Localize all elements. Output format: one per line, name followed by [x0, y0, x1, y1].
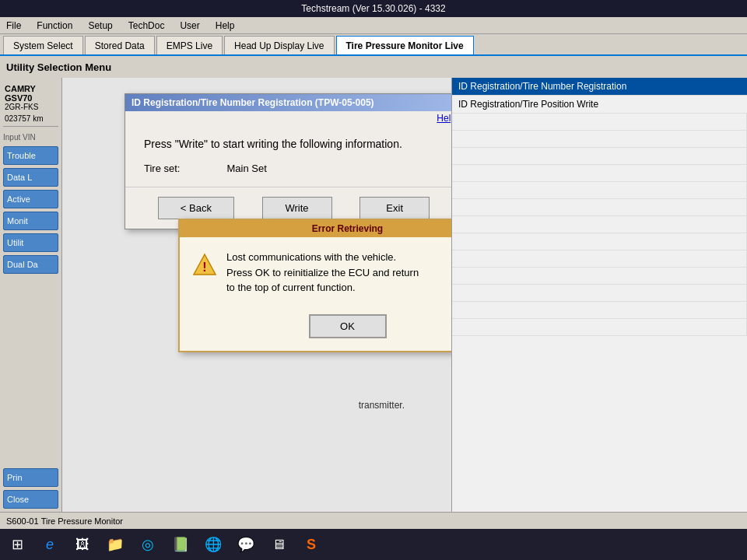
right-panel-row: [452, 131, 747, 148]
write-instruction: Press "Write" to start writing the follo…: [144, 138, 444, 150]
app1-button[interactable]: 📗: [167, 532, 195, 557]
dual-da-button[interactable]: Dual Da: [3, 255, 58, 274]
folder-button[interactable]: 📁: [101, 532, 129, 557]
right-panel-item-1[interactable]: ID Registration/Tire Position Write: [452, 96, 747, 114]
right-panel-row: [452, 302, 747, 319]
help-link[interactable]: Help: [125, 111, 451, 125]
write-button[interactable]: Write: [262, 197, 332, 219]
main-dialog: ID Registration/Tire Number Registration…: [124, 93, 451, 229]
tab-tire-pressure-live[interactable]: Tire Pressure Monitor Live: [336, 36, 474, 54]
right-panel-row: [452, 319, 747, 336]
ie-icon: e: [46, 537, 54, 553]
start-button[interactable]: ⊞: [3, 532, 31, 557]
utility-header-text: Utility Selection Menu: [6, 61, 111, 73]
right-panel-row: [452, 148, 747, 165]
photo-icon: 🖼: [75, 537, 89, 553]
menu-function[interactable]: Function: [33, 19, 75, 33]
browser-button[interactable]: ◎: [134, 532, 162, 557]
menu-bar: File Function Setup TechDoc User Help: [0, 17, 747, 34]
main-dialog-title: ID Registration/Tire Number Registration…: [125, 94, 451, 111]
ie-button[interactable]: e: [36, 532, 64, 557]
tab-bar: System Select Stored Data EMPS Live Head…: [0, 34, 747, 56]
status-bar: S600-01 Tire Pressure Monitor: [0, 512, 747, 529]
status-code: S600-01: [6, 516, 39, 526]
utility-header: Utility Selection Menu: [0, 56, 747, 78]
print-button[interactable]: Prin: [3, 468, 58, 487]
techstream-button[interactable]: S: [297, 532, 325, 557]
vehicle-km: 023757 km: [5, 114, 57, 123]
active-button[interactable]: Active: [3, 190, 58, 208]
error-dialog-body: ! Lost communications with the vehicle. …: [180, 237, 451, 308]
monitor-button[interactable]: 🖥: [265, 532, 293, 557]
right-panel-row: [452, 165, 747, 182]
monitor-icon: 🖥: [272, 537, 286, 553]
error-dialog-title: Error Retrieving: [180, 220, 451, 237]
app1-icon: 📗: [172, 536, 189, 553]
right-panel-row: [452, 182, 747, 199]
menu-user[interactable]: User: [177, 19, 202, 33]
title-text: Techstream (Ver 15.30.026) - 4332: [301, 3, 445, 14]
utilit-button[interactable]: Utilit: [3, 233, 58, 252]
windows-icon: ⊞: [12, 536, 23, 553]
right-panel-row: [452, 233, 747, 250]
error-message: Lost communications with the vehicle. Pr…: [226, 250, 419, 296]
main-dialog-title-text: ID Registration/Tire Number Registration…: [132, 97, 374, 108]
tire-set-value: Main Set: [226, 163, 266, 174]
main-dialog-body: Press "Write" to start writing the follo…: [125, 125, 451, 187]
content-area: ID Registration/Tire Number Registration…: [62, 78, 451, 512]
tab-emps-live[interactable]: EMPS Live: [156, 36, 223, 54]
content-wrapper: CAMRY GSV70 2GR-FKS 023757 km Input VIN …: [0, 78, 747, 512]
trouble-button[interactable]: Trouble: [3, 146, 58, 165]
chrome-button[interactable]: 🌐: [199, 532, 227, 557]
vehicle-engine: 2GR-FKS: [5, 103, 57, 111]
right-panel-item-0[interactable]: ID Registration/Tire Number Registration: [452, 78, 747, 96]
tab-hud-live[interactable]: Head Up Display Live: [224, 36, 334, 54]
vehicle-model: CAMRY GSV70: [5, 84, 57, 103]
right-panel-grid: ID Registration/Tire Number Registration…: [452, 78, 747, 336]
right-panel: ID Registration/Tire Number Registration…: [451, 78, 747, 512]
right-panel-row: [452, 114, 747, 131]
title-bar: Techstream (Ver 15.30.026) - 4332: [0, 0, 747, 17]
error-dialog: Error Retrieving ! Lost communications w…: [178, 219, 451, 352]
menu-help[interactable]: Help: [212, 19, 238, 33]
svg-text:!: !: [202, 261, 206, 274]
tab-system-select[interactable]: System Select: [3, 36, 83, 54]
menu-file[interactable]: File: [3, 19, 24, 33]
browser-icon: ◎: [142, 536, 154, 553]
vehicle-info: CAMRY GSV70 2GR-FKS 023757 km: [3, 81, 58, 127]
menu-setup[interactable]: Setup: [85, 19, 115, 33]
tire-set-label: Tire set:: [144, 163, 180, 174]
data-l-button[interactable]: Data L: [3, 168, 58, 187]
input-vin-label: Input VIN: [3, 133, 58, 142]
warning-icon: !: [192, 253, 217, 278]
status-text: Tire Pressure Monitor: [41, 516, 123, 526]
monit-button[interactable]: Monit: [3, 212, 58, 230]
right-panel-row: [452, 250, 747, 268]
back-button[interactable]: < Back: [158, 197, 234, 219]
right-panel-row: [452, 199, 747, 216]
chat-icon: 💬: [237, 536, 254, 553]
right-panel-row: [452, 268, 747, 285]
photo-button[interactable]: 🖼: [68, 532, 96, 557]
sidebar: CAMRY GSV70 2GR-FKS 023757 km Input VIN …: [0, 78, 62, 512]
taskbar: ⊞ e 🖼 📁 ◎ 📗 🌐 💬 🖥 S: [0, 529, 747, 560]
techstream-icon: S: [307, 537, 316, 553]
tab-stored-data[interactable]: Stored Data: [85, 36, 155, 54]
right-panel-row: [452, 285, 747, 302]
right-panel-row: [452, 216, 747, 233]
menu-techdoc[interactable]: TechDoc: [125, 19, 168, 33]
close-button[interactable]: Close: [3, 490, 58, 509]
tire-set-row: Tire set: Main Set: [144, 163, 444, 174]
folder-icon: 📁: [107, 536, 124, 553]
chrome-icon: 🌐: [205, 536, 222, 553]
exit-button[interactable]: Exit: [359, 197, 430, 219]
error-ok-button[interactable]: OK: [309, 314, 387, 338]
chat-button[interactable]: 💬: [232, 532, 260, 557]
